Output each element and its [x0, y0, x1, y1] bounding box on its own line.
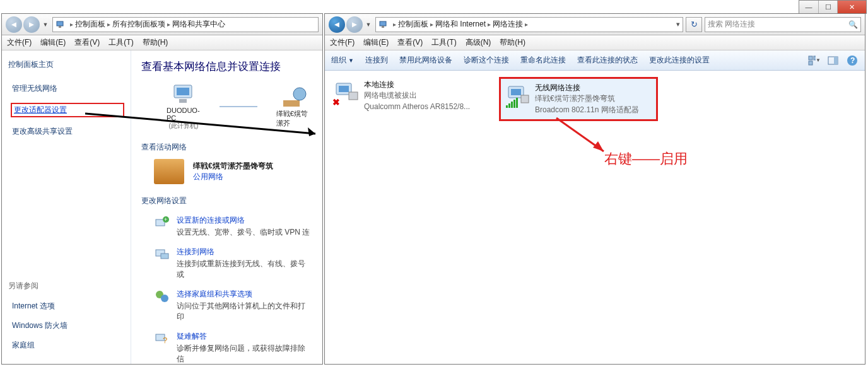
network-connections-window: ◄ ► ▼ ▸ 控制面板 ▸ 网络和 Internet ▸ 网络连接 ▸ ▾ ↻… [324, 13, 865, 365]
connection-local[interactable]: ✖ 本地连接 网络电缆被拔出 Qualcomm Atheros AR8152/8… [331, 77, 490, 115]
breadcrumb-item[interactable]: 所有控制面板项 [112, 19, 165, 30]
breadcrumb-item[interactable]: 控制面板 [398, 19, 428, 30]
address-bar[interactable]: ▸ 控制面板 ▸ 网络和 Internet ▸ 网络连接 ▸ ▾ [375, 17, 683, 32]
connection-device: Broadcom 802.11n 网络适配器 [535, 105, 639, 115]
svg-rect-17 [382, 26, 384, 28]
back-button[interactable]: ◄ [329, 16, 345, 33]
menubar: 文件(F) 编辑(E) 查看(V) 工具(T) 高级(N) 帮助(H) [325, 35, 865, 50]
setting-desc: 设置无线、宽带、拨号、临时或 VPN 连 [177, 227, 310, 238]
connections-area: ✖ 本地连接 网络电缆被拔出 Qualcomm Atheros AR8152/8… [325, 71, 865, 364]
svg-rect-1 [59, 26, 61, 28]
sidebar-link-change-adapter[interactable]: 更改适配器设置 [11, 103, 124, 117]
back-button[interactable]: ◄ [6, 16, 22, 33]
svg-point-6 [293, 88, 306, 100]
menu-view[interactable]: 查看(V) [74, 37, 100, 48]
svg-rect-16 [380, 21, 386, 26]
annotation-text: 右键——启用 [604, 149, 688, 168]
setting-connect-network[interactable]: 连接到网络连接到或重新连接到无线、有线、拨号或 [154, 247, 312, 280]
menubar: 文件(F) 编辑(E) 查看(V) 工具(T) 帮助(H) [2, 35, 322, 50]
body: 控制面板主页 管理无线网络 更改适配器设置 更改高级共享设置 另请参阅 Inte… [2, 50, 322, 364]
breadcrumb-sep-icon: ▸ [70, 21, 73, 28]
chevron-down-icon: ▼ [348, 57, 354, 64]
breadcrumb-sep-icon: ▸ [525, 21, 528, 28]
connection-device: Qualcomm Atheros AR8152/8... [364, 102, 470, 112]
toolbar-diagnose[interactable]: 诊断这个连接 [464, 55, 509, 66]
toolbar-rename[interactable]: 重命名此连接 [520, 55, 566, 66]
sidebar-link-manage-wireless[interactable]: 管理无线网络 [12, 83, 124, 94]
breadcrumb-sep-icon: ▸ [488, 21, 491, 28]
svg-rect-0 [57, 21, 63, 26]
breadcrumb-item[interactable]: 网络和 Internet [435, 19, 486, 30]
forward-button[interactable]: ► [23, 16, 40, 33]
active-network-name: 缂戦€熀笴潆芥墨馋弯筑 [193, 161, 273, 170]
breadcrumb-sep-icon: ▸ [393, 21, 396, 28]
section-change-settings: 更改网络设置 [141, 196, 312, 206]
history-dropdown[interactable]: ▼ [364, 18, 373, 31]
view-options-icon[interactable]: ▼ [808, 55, 821, 66]
breadcrumb-item[interactable]: 网络连接 [493, 19, 523, 30]
setting-link[interactable]: 设置新的连接或网络 [177, 216, 245, 225]
node-label: 缂戦€熀笴潆芥 [276, 109, 312, 128]
menu-help[interactable]: 帮助(H) [500, 37, 525, 48]
svg-rect-26 [339, 86, 349, 92]
minimize-button[interactable]: — [799, 1, 818, 13]
toolbar-change-settings[interactable]: 更改此连接的设置 [649, 55, 710, 66]
menu-file[interactable]: 文件(F) [7, 37, 32, 48]
maximize-button[interactable]: ☐ [818, 1, 837, 13]
history-dropdown[interactable]: ▼ [41, 18, 50, 31]
connection-status: 网络电缆被拔出 [364, 90, 470, 101]
active-network-type[interactable]: 公用网络 [193, 172, 223, 181]
toolbar-view-status[interactable]: 查看此连接的状态 [577, 55, 638, 66]
menu-file[interactable]: 文件(F) [330, 37, 355, 48]
menu-tools[interactable]: 工具(T) [431, 37, 456, 48]
ethernet-icon: ✖ [334, 79, 360, 106]
sidebar-link-advanced-sharing[interactable]: 更改高级共享设置 [12, 126, 124, 137]
svg-text:?: ? [850, 56, 855, 65]
connection-status: 缂戦€熀笴潆芥墨馋弯筑 [535, 93, 639, 104]
seealso-homegroup[interactable]: 家庭组 [12, 340, 124, 351]
setting-link[interactable]: 连接到网络 [177, 247, 214, 256]
setting-link[interactable]: 选择家庭组和共享选项 [177, 290, 252, 298]
svg-rect-30 [521, 95, 529, 103]
signal-bars-icon [506, 98, 518, 108]
setting-link[interactable]: 疑难解答 [177, 332, 207, 341]
menu-edit[interactable]: 编辑(E) [363, 37, 389, 48]
setting-new-connection[interactable]: + 设置新的连接或网络设置无线、宽带、拨号、临时或 VPN 连 [154, 215, 312, 238]
disconnected-x-icon: ✖ [332, 97, 340, 107]
menu-tools[interactable]: 工具(T) [108, 37, 133, 48]
seealso-windows-firewall[interactable]: Windows 防火墙 [12, 320, 124, 331]
toolbar: 组织 ▼ 连接到 禁用此网络设备 诊断这个连接 重命名此连接 查看此连接的状态 … [325, 50, 865, 71]
preview-pane-icon[interactable] [827, 55, 840, 66]
menu-view[interactable]: 查看(V) [397, 37, 423, 48]
svg-text:?: ? [163, 336, 167, 345]
node-label: DUODUO-PC [167, 107, 201, 122]
seealso-internet-options[interactable]: Internet 选项 [12, 301, 124, 312]
refresh-button[interactable]: ↻ [686, 17, 702, 32]
close-button[interactable]: ✕ [837, 1, 866, 13]
svg-rect-27 [349, 92, 358, 100]
setting-desc: 诊断并修复网络问题，或获得故障排除信 [177, 343, 312, 364]
breadcrumb-item[interactable]: 网络和共享中心 [172, 19, 225, 30]
search-input[interactable]: 搜索 网络连接 🔍 [705, 17, 861, 32]
toolbar-disable[interactable]: 禁用此网络设备 [399, 55, 452, 66]
svg-rect-29 [511, 89, 521, 95]
toolbar-organize[interactable]: 组织 ▼ [331, 55, 354, 66]
connection-wireless[interactable]: 无线网络连接 缂戦€熀笴潆芥墨馋弯筑 Broadcom 802.11n 网络适配… [499, 77, 658, 121]
svg-rect-3 [177, 88, 189, 95]
globe-icon [281, 85, 307, 109]
network-link-line [220, 106, 257, 107]
address-bar[interactable]: ▸ 控制面板 ▸ 所有控制面板项 ▸ 网络和共享中心 [52, 17, 319, 32]
breadcrumb-item[interactable]: 控制面板 [75, 19, 105, 30]
menu-advanced[interactable]: 高级(N) [466, 37, 491, 48]
setting-homegroup[interactable]: 选择家庭组和共享选项访问位于其他网络计算机上的文件和打印 [154, 289, 312, 322]
search-icon: 🔍 [848, 20, 858, 29]
breadcrumb-sep-icon: ▸ [107, 21, 110, 28]
toolbar-connect-to[interactable]: 连接到 [365, 55, 388, 66]
window-controls: — ☐ ✕ [799, 0, 867, 14]
addr-dropdown-icon[interactable]: ▾ [676, 20, 680, 28]
menu-help[interactable]: 帮助(H) [143, 37, 168, 48]
help-icon[interactable]: ? [846, 55, 859, 66]
setting-troubleshoot[interactable]: ? 疑难解答诊断并修复网络问题，或获得故障排除信 [154, 331, 312, 364]
forward-button[interactable]: ► [346, 16, 363, 33]
menu-edit[interactable]: 编辑(E) [40, 37, 66, 48]
